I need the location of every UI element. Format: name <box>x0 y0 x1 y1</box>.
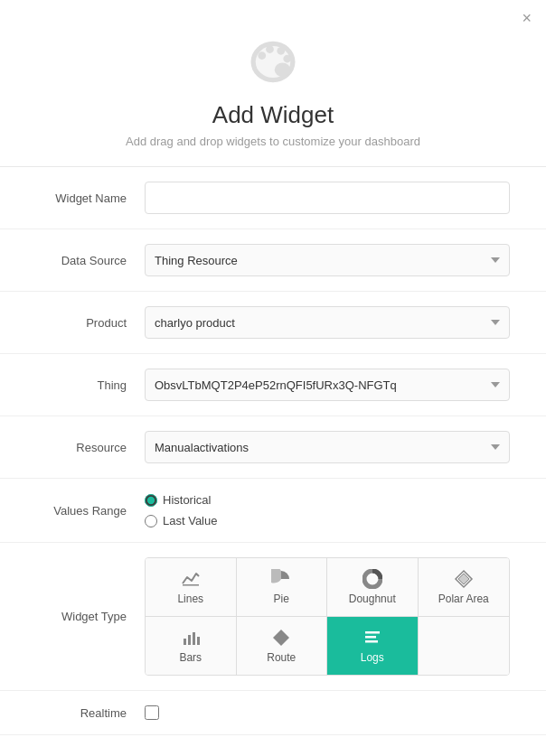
wt-bars-label: Bars <box>179 651 202 664</box>
svg-rect-7 <box>183 584 199 586</box>
palette-icon <box>241 27 305 90</box>
doughnut-icon <box>362 569 382 589</box>
wt-pie-label: Pie <box>274 593 289 605</box>
resource-label: Resource <box>36 441 145 454</box>
logs-icon <box>362 628 382 648</box>
thing-row: Thing ObsvLTbMQT2P4eP52rnQFI5fURx3Q-NFGT… <box>0 354 546 416</box>
pie-icon <box>271 569 291 589</box>
wt-doughnut-button[interactable]: Doughnut <box>327 558 419 617</box>
modal-title: Add Widget <box>18 101 528 129</box>
data-source-select[interactable]: Thing Resource <box>145 244 510 276</box>
wt-lines-label: Lines <box>177 593 203 605</box>
svg-point-2 <box>258 51 266 60</box>
wt-route-button[interactable]: Route <box>237 617 328 675</box>
widget-type-row: Widget Type Lines Pie <box>0 543 546 691</box>
svg-marker-15 <box>273 630 289 646</box>
modal-container: × Add Widget Add drag and drop widgets t… <box>0 0 546 756</box>
svg-point-4 <box>277 47 285 55</box>
close-button[interactable]: × <box>522 9 532 28</box>
data-source-row: Data Source Thing Resource <box>0 229 546 292</box>
wt-lines-button[interactable]: Lines <box>146 558 237 617</box>
widget-name-label: Widget Name <box>36 191 145 205</box>
svg-rect-11 <box>184 639 186 645</box>
realtime-checkbox-row <box>145 705 159 720</box>
values-range-group: Historical Last Value <box>145 493 217 527</box>
radio-last-value[interactable]: Last Value <box>145 514 217 527</box>
product-select[interactable]: charlyo product <box>145 306 510 339</box>
widget-name-input[interactable] <box>145 182 510 214</box>
resource-select[interactable]: Manualactivations <box>145 431 510 463</box>
product-row: Product charlyo product <box>0 292 546 354</box>
modal-header: Add Widget Add drag and drop widgets to … <box>0 0 546 167</box>
svg-rect-12 <box>188 635 191 645</box>
svg-point-3 <box>266 45 274 53</box>
realtime-checkbox[interactable] <box>145 705 159 720</box>
radio-last-value-label: Last Value <box>163 514 217 527</box>
realtime-row: Realtime <box>0 691 546 735</box>
resource-row: Resource Manualactivations <box>0 416 546 479</box>
radio-historical-input[interactable] <box>145 494 157 507</box>
modal-body: Widget Name Data Source Thing Resource P… <box>0 167 546 735</box>
wt-pie-button[interactable]: Pie <box>237 558 328 617</box>
svg-point-6 <box>275 62 291 77</box>
values-range-label: Values Range <box>36 504 145 518</box>
widget-type-label: Widget Type <box>36 610 145 623</box>
radio-historical[interactable]: Historical <box>145 493 217 507</box>
svg-point-5 <box>283 55 291 63</box>
data-source-label: Data Source <box>36 254 145 267</box>
thing-label: Thing <box>36 378 145 392</box>
widget-name-row: Widget Name <box>0 167 546 229</box>
widget-type-grid: Lines Pie Doughnut <box>145 557 510 676</box>
realtime-label: Realtime <box>36 706 145 720</box>
wt-polar-label: Polar Area <box>438 593 489 605</box>
wt-doughnut-label: Doughnut <box>349 593 396 605</box>
svg-rect-18 <box>365 640 378 643</box>
svg-rect-17 <box>365 636 376 639</box>
wt-route-label: Route <box>267 651 296 664</box>
thing-select[interactable]: ObsvLTbMQT2P4eP52rnQFI5fURx3Q-NFGTq <box>145 369 510 401</box>
polar-icon <box>454 569 474 589</box>
lines-icon <box>181 569 201 589</box>
radio-last-value-input[interactable] <box>145 515 157 527</box>
wt-logs-button[interactable]: Logs <box>327 617 419 675</box>
route-icon <box>271 628 291 648</box>
values-range-row: Values Range Historical Last Value <box>0 479 546 543</box>
wt-logs-label: Logs <box>361 651 384 664</box>
wt-bars-button[interactable]: Bars <box>146 617 237 675</box>
product-label: Product <box>36 316 145 330</box>
radio-historical-label: Historical <box>163 493 211 507</box>
wt-polar-button[interactable]: Polar Area <box>419 558 510 617</box>
svg-rect-16 <box>365 631 380 634</box>
wt-empty-cell <box>419 617 510 675</box>
modal-subtitle: Add drag and drop widgets to customize y… <box>18 135 528 148</box>
bars-icon <box>181 628 201 648</box>
svg-rect-13 <box>193 632 195 645</box>
svg-rect-14 <box>197 637 200 645</box>
